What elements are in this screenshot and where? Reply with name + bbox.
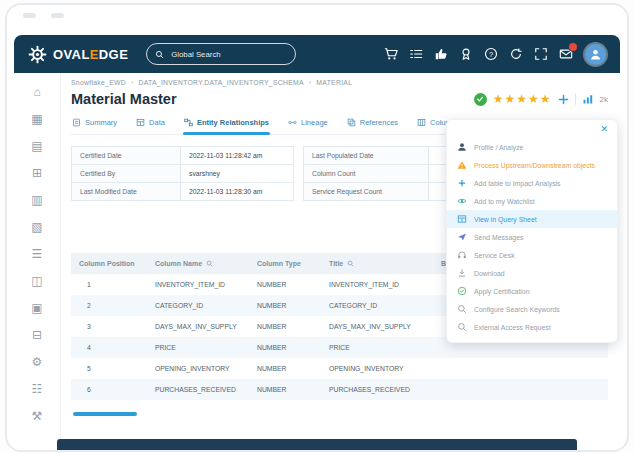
lists-icon[interactable] — [14, 247, 60, 261]
search-input[interactable] — [169, 49, 287, 60]
star-rating[interactable]: ★★★★★ — [493, 93, 552, 105]
hierarchy-icon[interactable] — [14, 220, 60, 234]
menu-item-service-desk[interactable]: Service Desk — [447, 246, 617, 264]
breadcrumb: Snowflake_EWD › DATA_INVENTORY.DATA_INVE… — [71, 79, 608, 86]
home-icon[interactable] — [14, 85, 60, 99]
jobs-icon[interactable] — [14, 328, 60, 342]
tools-icon[interactable] — [14, 409, 60, 423]
settings-icon[interactable] — [14, 355, 60, 369]
menu-item-configure-search-keywords[interactable]: Configure Search Keywords — [447, 300, 617, 318]
window-control-dot — [23, 13, 36, 18]
search-icon — [457, 322, 467, 332]
certification-icon — [457, 286, 467, 296]
menu-item-add-watchlist[interactable]: Add to my Watchlist — [447, 192, 617, 210]
menu-item-add-impact-analysis[interactable]: Add table to Impact Analysis — [447, 174, 617, 192]
column-header: Column Position — [71, 253, 147, 274]
view-count: 2k — [600, 95, 608, 104]
dashboards-icon[interactable] — [14, 166, 60, 180]
download-icon — [457, 268, 467, 278]
cart-icon[interactable] — [384, 47, 398, 61]
search-icon — [155, 50, 164, 59]
close-icon[interactable] — [600, 124, 608, 134]
breadcrumb-separator: › — [131, 79, 134, 86]
info-table-left: Certified Date 2022-11-03 11:28:42 am Ce… — [71, 146, 294, 201]
info-label: Last Populated Date — [304, 147, 429, 165]
menu-item-download[interactable]: Download — [447, 264, 617, 282]
menu-item-external-access-request[interactable]: External Access Request — [447, 318, 617, 336]
horizontal-scrollbar — [71, 412, 608, 416]
column-search-icon[interactable] — [347, 260, 354, 267]
tasks-icon[interactable] — [409, 47, 423, 61]
glossary-icon[interactable] — [14, 139, 60, 153]
brand-text: OVALEDGE — [53, 47, 128, 62]
user-avatar[interactable] — [585, 44, 606, 65]
table-actions-menu: Profile / Analyze Process Upstream/Downs… — [446, 119, 618, 343]
refresh-icon[interactable] — [509, 47, 523, 61]
governance-icon[interactable] — [14, 382, 60, 396]
top-navigation-bar: OVALEDGE — [14, 35, 620, 73]
tables-icon[interactable] — [14, 301, 60, 315]
send-icon — [457, 232, 467, 242]
app-window: OVALEDGE — [14, 35, 620, 450]
fullscreen-icon[interactable] — [534, 47, 548, 61]
column-details-tab-icon — [417, 118, 426, 127]
popularity-chart-icon[interactable] — [582, 93, 594, 105]
plus-icon — [457, 178, 467, 188]
column-search-icon[interactable] — [206, 260, 213, 267]
tab-summary[interactable]: Summary — [71, 116, 118, 134]
profile-icon — [457, 142, 467, 152]
notification-badge — [569, 43, 577, 51]
gear-icon — [28, 45, 47, 64]
menu-item-process-upstream-downstream[interactable]: Process Upstream/Downstream objects — [447, 156, 617, 174]
window-bottom-bar — [57, 439, 577, 450]
datasets-icon[interactable] — [14, 274, 60, 288]
menu-item-apply-certification[interactable]: Apply Certification — [447, 282, 617, 300]
scrollbar-thumb[interactable] — [73, 412, 137, 416]
data-tab-icon — [136, 118, 145, 127]
service-desk-icon — [457, 250, 467, 260]
menu-item-view-query-sheet[interactable]: View in Query Sheet — [447, 210, 617, 228]
left-sidebar — [14, 73, 61, 450]
warning-icon — [457, 160, 467, 170]
info-label: Service Request Count — [304, 183, 429, 201]
column-header: Column Name — [147, 253, 249, 274]
svg-text:?: ? — [489, 50, 493, 59]
menu-item-send-messages[interactable]: Send Messages — [447, 228, 617, 246]
info-value: 2022-11-03 11:28:42 am — [181, 147, 294, 165]
mail-icon[interactable] — [559, 47, 573, 61]
help-icon[interactable]: ? — [484, 47, 498, 61]
watchlist-icon — [457, 196, 467, 206]
page-title: Material Master — [71, 91, 177, 107]
thumbs-up-icon[interactable] — [434, 47, 448, 61]
search-icon — [457, 304, 467, 314]
info-label: Certified Date — [72, 147, 181, 165]
breadcrumb-item[interactable]: Snowflake_EWD — [71, 79, 126, 86]
info-label: Certified By — [72, 165, 181, 183]
ovaledge-logo[interactable]: OVALEDGE — [28, 45, 128, 64]
tab-entity-relationships[interactable]: Entity Relationships — [183, 116, 270, 134]
certification-badge[interactable] — [474, 93, 487, 106]
reports-icon[interactable] — [14, 193, 60, 207]
global-search[interactable] — [146, 43, 296, 65]
divider — [575, 93, 576, 105]
person-icon — [589, 48, 602, 61]
entity-relationships-tab-icon — [184, 118, 193, 127]
tab-lineage[interactable]: Lineage — [287, 116, 329, 134]
column-header: Column Type — [249, 253, 321, 274]
query-sheet-icon — [457, 214, 467, 224]
lineage-tab-icon — [288, 118, 297, 127]
info-value: svarshney — [181, 165, 294, 183]
add-rating-icon[interactable] — [558, 94, 569, 105]
info-label: Column Count — [304, 165, 429, 183]
summary-tab-icon — [72, 118, 81, 127]
tab-data[interactable]: Data — [135, 116, 166, 134]
table-row[interactable]: 6PURCHASES_RECEIVED NUMBERPURCHASES_RECE… — [71, 379, 608, 400]
award-icon[interactable] — [459, 47, 473, 61]
tab-references[interactable]: References — [346, 116, 399, 134]
references-tab-icon — [347, 118, 356, 127]
breadcrumb-item[interactable]: MATERIAL — [316, 79, 352, 86]
breadcrumb-item[interactable]: DATA_INVENTORY.DATA_INVENTORY_SCHEMA — [138, 79, 303, 86]
catalog-icon[interactable] — [14, 112, 60, 126]
menu-item-profile-analyze[interactable]: Profile / Analyze — [447, 138, 617, 156]
table-row[interactable]: 5OPENING_INVENTORY NUMBEROPENING_INVENTO… — [71, 358, 608, 379]
